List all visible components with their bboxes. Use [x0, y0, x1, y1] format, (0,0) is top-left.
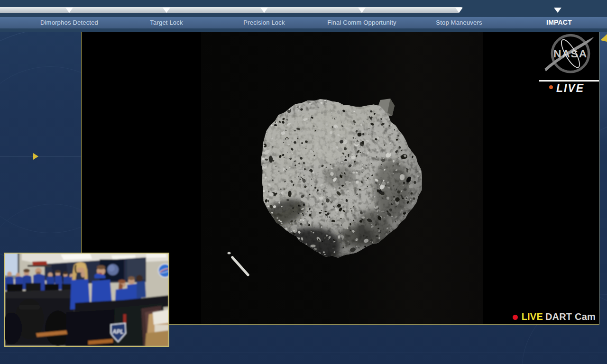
svg-text:APL: APL — [112, 328, 124, 335]
svg-text:NASA: NASA — [553, 47, 588, 60]
